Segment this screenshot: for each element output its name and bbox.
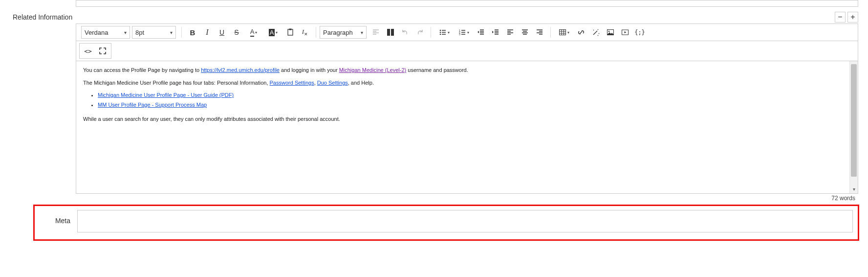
mm-level2-link[interactable]: Michigan Medicine (Level-2) xyxy=(339,67,407,73)
indent-button[interactable] xyxy=(488,26,503,39)
editor-word-count: 72 words xyxy=(76,194,858,202)
plus-icon: + xyxy=(850,13,855,21)
redo-button[interactable] xyxy=(412,26,427,39)
scroll-down-icon: ▾ xyxy=(850,185,858,193)
editor-content[interactable]: You can access the Profile Page by navig… xyxy=(76,61,849,193)
editor-toolbar: Verdana ▾ 8pt ▾ B I U S A ▾ xyxy=(76,24,858,41)
profile-url-link[interactable]: https://lvl2.med.umich.edu/profile xyxy=(201,67,280,73)
chevron-down-icon: ▾ xyxy=(120,30,127,35)
underline-icon: U xyxy=(219,28,224,36)
svg-point-2 xyxy=(440,30,441,31)
undo-button[interactable] xyxy=(398,26,412,39)
video-icon xyxy=(621,28,629,36)
duo-settings-link[interactable]: Duo Settings xyxy=(317,80,348,86)
collapse-button[interactable]: − xyxy=(835,12,846,23)
password-settings-link[interactable]: Password Settings xyxy=(270,80,314,86)
code-sample-button[interactable]: {;} xyxy=(632,26,647,39)
previous-editor-tail: 58 words xyxy=(76,0,858,7)
svg-rect-8 xyxy=(560,30,566,35)
bullet-list-button[interactable]: ▾ xyxy=(434,26,454,39)
text-color-button[interactable]: A ▾ xyxy=(244,26,263,39)
unlink-button[interactable] xyxy=(588,26,603,39)
clear-format-icon: I✕ xyxy=(302,28,308,37)
align-right-icon xyxy=(536,28,543,36)
align-left-button-2[interactable] xyxy=(503,26,518,39)
svg-text:3: 3 xyxy=(459,33,460,36)
user-guide-pdf-link[interactable]: Michigan Medicine User Profile Page - Us… xyxy=(98,92,234,98)
align-justify-button[interactable] xyxy=(383,26,398,39)
align-left-icon xyxy=(372,28,380,36)
fullscreen-icon xyxy=(99,47,107,55)
list-item: MM User Profile Page - Support Process M… xyxy=(98,101,843,110)
meta-field-highlight: Meta xyxy=(33,205,859,241)
underline-button[interactable]: U xyxy=(215,26,229,39)
italic-icon: I xyxy=(206,28,208,37)
minus-icon: − xyxy=(838,13,842,21)
highlight-color-button[interactable]: A ▾ xyxy=(263,26,283,39)
clear-formatting-button[interactable]: I✕ xyxy=(298,26,312,39)
numbered-list-icon: 123 xyxy=(458,28,466,36)
previous-word-count: 58 words xyxy=(831,0,855,0)
svg-rect-1 xyxy=(289,29,292,30)
bold-icon: B xyxy=(190,28,195,37)
indent-icon xyxy=(492,28,499,36)
strikethrough-button[interactable]: S xyxy=(229,26,244,39)
rich-text-editor: Verdana ▾ 8pt ▾ B I U S A ▾ xyxy=(76,23,858,194)
editor-toolbar-row2: <> xyxy=(76,41,858,61)
strikethrough-icon: S xyxy=(234,28,239,36)
align-center-button[interactable] xyxy=(518,26,532,39)
chevron-down-icon: ▾ xyxy=(276,30,278,35)
meta-input[interactable] xyxy=(77,210,853,232)
highlight-icon: A xyxy=(269,29,275,36)
outdent-icon xyxy=(477,28,485,36)
fullscreen-button[interactable] xyxy=(95,45,110,57)
align-left-icon xyxy=(506,28,514,36)
image-icon xyxy=(607,28,614,36)
source-code-button[interactable]: <> xyxy=(81,45,95,57)
bullet-list-icon xyxy=(439,28,447,36)
table-button[interactable]: ▾ xyxy=(554,26,574,39)
chevron-down-icon: ▾ xyxy=(357,30,363,35)
clipboard-icon xyxy=(286,28,294,36)
font-size-select[interactable]: 8pt ▾ xyxy=(132,26,176,39)
paragraph: You can access the Profile Page by navig… xyxy=(83,66,843,75)
magic-icon xyxy=(592,28,600,36)
bold-button[interactable]: B xyxy=(185,26,200,39)
link-list: Michigan Medicine User Profile Page - Us… xyxy=(98,91,843,109)
image-button[interactable] xyxy=(603,26,618,39)
chevron-down-icon: ▾ xyxy=(467,30,469,35)
indent-icon xyxy=(387,28,394,36)
align-left-button[interactable] xyxy=(369,26,383,39)
outdent-button[interactable] xyxy=(474,26,488,39)
numbered-list-button[interactable]: 123 ▾ xyxy=(454,26,474,39)
paste-button[interactable] xyxy=(283,26,298,39)
block-format-value: Paragraph xyxy=(323,29,353,36)
font-family-value: Verdana xyxy=(85,29,108,36)
align-center-icon xyxy=(521,28,529,36)
italic-button[interactable]: I xyxy=(200,26,215,39)
align-right-button[interactable] xyxy=(532,26,547,39)
chevron-down-icon: ▾ xyxy=(448,30,450,35)
table-icon xyxy=(559,28,566,36)
support-process-map-link[interactable]: MM User Profile Page - Support Process M… xyxy=(98,102,207,108)
font-size-value: 8pt xyxy=(135,29,144,36)
redo-icon xyxy=(416,28,424,36)
add-button[interactable]: + xyxy=(847,12,858,23)
chevron-down-icon: ▾ xyxy=(255,30,257,35)
media-button[interactable] xyxy=(618,26,632,39)
undo-icon xyxy=(401,28,409,36)
editor-scrollbar[interactable]: ▾ xyxy=(849,61,858,193)
svg-point-10 xyxy=(608,31,610,32)
font-family-select[interactable]: Verdana ▾ xyxy=(81,26,130,39)
source-icon: <> xyxy=(84,47,92,55)
svg-point-4 xyxy=(440,34,441,35)
chevron-down-icon: ▾ xyxy=(567,30,569,35)
link-button[interactable] xyxy=(574,26,588,39)
section-label-related-information: Related Information xyxy=(0,13,72,21)
paragraph: The Michigan Medicine User Profile page … xyxy=(83,79,843,88)
meta-label: Meta xyxy=(40,210,77,225)
link-icon xyxy=(577,28,585,36)
text-color-icon: A xyxy=(250,28,255,37)
block-format-select[interactable]: Paragraph ▾ xyxy=(320,26,367,39)
scrollbar-thumb[interactable] xyxy=(851,64,857,177)
